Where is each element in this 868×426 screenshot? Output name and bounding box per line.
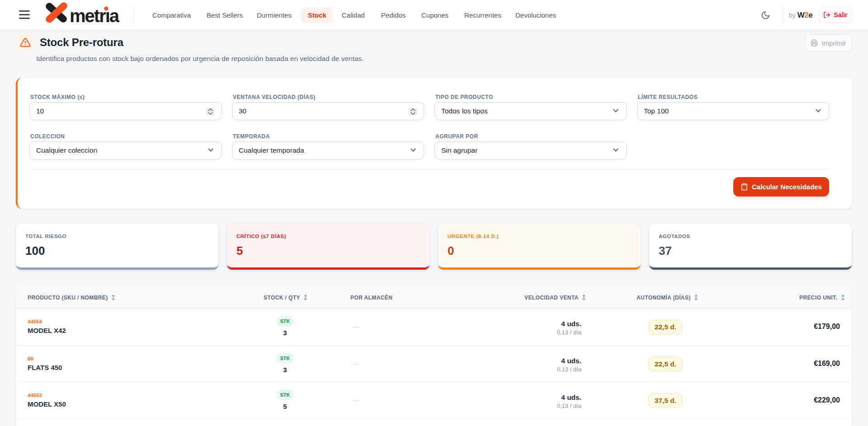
svg-text:metrıa: metrıa xyxy=(70,6,120,25)
